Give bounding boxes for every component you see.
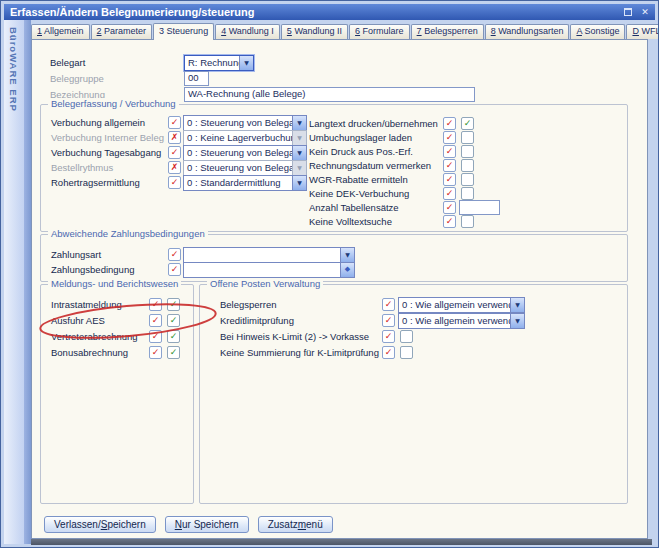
red-check-icon[interactable]: ✓ (149, 314, 162, 327)
tab-5-wandlung-ii[interactable]: 5 Wandlung II (281, 24, 348, 39)
form-row: Anzahl Tabellensätze✓ (41, 201, 627, 215)
red-check-icon[interactable]: ✓ (443, 159, 456, 172)
bottom-edge-bar (31, 539, 652, 545)
form-row: Rechnungsdatum vermerken✓ (41, 159, 627, 173)
dropdown-value: 0 : Wie allgemein verwenden (399, 314, 510, 328)
form-row: Ausfuhr AES✓✓ (41, 314, 193, 328)
verlassen-speichern-button[interactable]: Verlassen/Speichern (44, 516, 156, 533)
group-belegerfassung-verbuchung: Belegerfassung / Verbuchung Verbuchung a… (40, 104, 628, 232)
dropdown-zahlungsart[interactable]: ▼ (183, 247, 355, 263)
checkbox-wgr-rabatte-ermitteln[interactable] (461, 173, 474, 186)
red-check-icon[interactable]: ✓ (149, 330, 162, 343)
dropdown-value: 0 : Wie allgemein verwenden (399, 298, 510, 312)
form-row: Umbuchungslager laden✓ (41, 131, 627, 145)
chevron-down-icon[interactable]: ▼ (510, 314, 524, 328)
checkbox-keine-volltextsuche[interactable] (461, 215, 474, 228)
window-title: Erfassen/Ändern Belegnumerierung/steueru… (10, 6, 255, 18)
sidebar: BüroWARE ERP (4, 20, 31, 544)
row-label: Rechnungsdatum vermerken (309, 160, 431, 171)
green-check-icon[interactable]: ✓ (167, 346, 180, 359)
form-row: Zahlungsart✓▼ (41, 248, 627, 262)
row-label: Zahlungsbedingung (51, 264, 134, 275)
beleggruppe-label: Beleggruppe (50, 73, 104, 84)
tab-4-wandlung-i[interactable]: 4 Wandlung I (215, 24, 280, 39)
row-label: Keine Summierung für K-Limitprüfung (220, 347, 379, 358)
red-check-icon[interactable]: ✓ (382, 346, 395, 359)
tab-2-parameter[interactable]: 2 Parameter (91, 24, 153, 39)
red-check-icon[interactable]: ✓ (443, 173, 456, 186)
belegart-label: Belegart (50, 57, 85, 68)
belegart-select[interactable]: R: Rechnung ▼ (184, 55, 254, 71)
tab-3-steuerung[interactable]: 3 Steuerung (153, 23, 214, 40)
tab-a-sonstige[interactable]: A Sonstige (570, 24, 625, 39)
red-check-icon[interactable]: ✓ (382, 314, 395, 327)
zusatzmen-button[interactable]: Zusatzmenü (258, 516, 333, 533)
form-row: Keine DEK-Verbuchung✓ (41, 187, 627, 201)
window-titlebar: Erfassen/Ändern Belegnumerierung/steueru… (4, 4, 655, 20)
red-check-icon[interactable]: ✓ (443, 117, 456, 130)
row-label: Zahlungsart (51, 249, 101, 260)
red-check-icon[interactable]: ✓ (443, 201, 456, 214)
form-row: WGR-Rabatte ermitteln✓ (41, 173, 627, 187)
form-row: Bei Hinweis K-Limit (2) -> Vorkasse✓ (200, 330, 627, 344)
red-check-icon[interactable]: ✓ (149, 346, 162, 359)
chevron-down-icon[interactable]: ▼ (340, 248, 354, 262)
chevron-down-icon[interactable]: ▼ (239, 56, 253, 70)
row-label: Bei Hinweis K-Limit (2) -> Vorkasse (220, 331, 369, 342)
form-row: Zahlungsbedingung✓◆ (41, 263, 627, 277)
green-check-icon[interactable]: ✓ (167, 314, 180, 327)
group-caption: Offene Posten Verwaltung (207, 278, 323, 289)
nur-speichern-button[interactable]: Nur Speichern (165, 516, 249, 533)
checkbox-umbuchungslager-laden[interactable] (461, 131, 474, 144)
red-check-icon[interactable]: ✓ (168, 248, 181, 261)
row-label: Vertreterabrechnung (51, 331, 138, 342)
green-check-icon[interactable]: ✓ (461, 117, 474, 130)
row-label: Keine Volltextsuche (309, 216, 392, 227)
dropdown-value (184, 263, 340, 277)
form-row: Keine Summierung für K-Limitprüfung✓ (200, 346, 627, 360)
checkbox-bei-hinweis-k-limit-2-vorkasse[interactable] (400, 330, 413, 343)
tab-7-belegsperren[interactable]: 7 Belegsperren (411, 24, 484, 39)
group-caption: Belegerfassung / Verbuchung (48, 98, 179, 109)
sidebar-strip (24, 20, 31, 544)
group-caption: Abweichende Zahlungsbedingungen (48, 228, 208, 239)
checkbox-keine-dek-verbuchung[interactable] (461, 187, 474, 200)
group-offene-posten: Offene Posten Verwaltung Belegsperren✓0 … (199, 284, 628, 504)
red-check-icon[interactable]: ✓ (382, 298, 395, 311)
dropdown-value (184, 248, 340, 262)
bezeichnung-input[interactable]: WA-Rechnung (alle Belege) (184, 87, 475, 102)
window-controls: ✕ (621, 6, 652, 18)
dropdown-belegsperren[interactable]: 0 : Wie allgemein verwenden▼ (398, 297, 525, 313)
close-icon[interactable]: ✕ (638, 6, 652, 18)
input-anzahl-tabellens-tze[interactable] (459, 200, 500, 215)
red-check-icon[interactable]: ✓ (443, 131, 456, 144)
checkbox-kein-druck-aus-pos-erf[interactable] (461, 145, 474, 158)
tab-1-allgemein[interactable]: 1 Allgemein (31, 24, 90, 39)
row-label: Kein Druck aus Pos.-Erf. (309, 146, 413, 157)
tab-6-formulare[interactable]: 6 Formulare (349, 24, 410, 39)
checkbox-rechnungsdatum-vermerken[interactable] (461, 159, 474, 172)
red-check-icon[interactable]: ✓ (149, 298, 162, 311)
chevron-down-icon[interactable]: ▼ (510, 298, 524, 312)
tab-8-wandlungsarten[interactable]: 8 Wandlungsarten (485, 24, 570, 39)
diamond-icon[interactable]: ◆ (340, 263, 354, 277)
green-check-icon[interactable]: ✓ (167, 330, 180, 343)
red-check-icon[interactable]: ✓ (443, 215, 456, 228)
checkbox-keine-summierung-f-r-k-limitpr-fung[interactable] (400, 346, 413, 359)
red-check-icon[interactable]: ✓ (443, 187, 456, 200)
dropdown-zahlungsbedingung[interactable]: ◆ (183, 262, 355, 278)
group-zahlungsbedingungen: Abweichende Zahlungsbedingungen Zahlungs… (40, 234, 628, 282)
row-label: Keine DEK-Verbuchung (309, 188, 409, 199)
row-label: Bonusabrechnung (51, 347, 128, 358)
red-check-icon[interactable]: ✓ (382, 330, 395, 343)
beleggruppe-input[interactable]: 00 (184, 71, 209, 86)
red-check-icon[interactable]: ✓ (443, 145, 456, 158)
red-check-icon[interactable]: ✓ (168, 263, 181, 276)
row-label: Anzahl Tabellensätze (309, 202, 399, 213)
green-check-icon[interactable]: ✓ (167, 298, 180, 311)
tab-page-steuerung: Belegart R: Rechnung ▼ Beleggruppe 00 Be… (31, 39, 648, 539)
dropdown-kreditlimitpr-fung[interactable]: 0 : Wie allgemein verwenden▼ (398, 313, 525, 329)
restore-icon[interactable] (621, 6, 635, 18)
tab-d-wfl-tb[interactable]: D WFL/TB (626, 24, 659, 39)
belegart-value: R: Rechnung (185, 56, 239, 70)
